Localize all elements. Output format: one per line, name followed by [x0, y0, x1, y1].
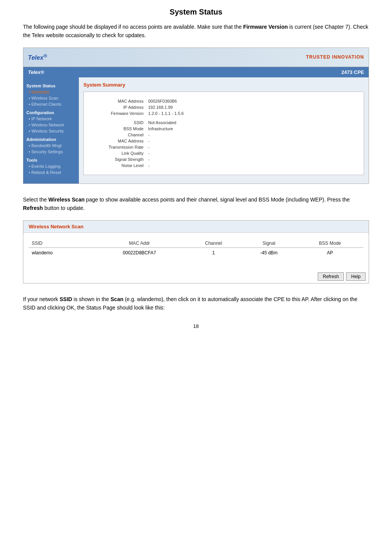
mid-text3: button to update. — [43, 205, 85, 211]
spacer-row — [91, 116, 356, 120]
label-mac2: MAC Address — [91, 138, 145, 144]
col-ssid: SSID — [29, 239, 93, 248]
bottom-text2: is shown in the — [72, 296, 110, 302]
trusted-innovation: TRUSTED INNOVATION — [306, 54, 364, 60]
label-channel: Channel — [91, 132, 145, 138]
sidebar-item-ip-network[interactable]: IP Network — [23, 116, 79, 122]
label-noise-level: Noise Level — [91, 162, 145, 169]
device-header: Telex® 2473 CPE — [23, 67, 369, 77]
system-summary-title: System Summary — [83, 82, 364, 88]
sidebar-item-reboot-reset[interactable]: Reboot & Reset — [23, 169, 79, 175]
system-summary-box: MAC Address 00026F0360B6 IP Address 192.… — [83, 92, 364, 175]
table-row: MAC Address - — [91, 138, 356, 144]
telex-logo: Telex® — [28, 53, 47, 61]
scan-bss-mode: AP — [297, 247, 363, 258]
scan-table-header-row: SSID MAC Addr Channel Signal BSS Mode — [29, 239, 363, 248]
mid-text1: Select the — [23, 197, 48, 203]
scan-table: SSID MAC Addr Channel Signal BSS Mode wl… — [29, 239, 363, 258]
bottom-bold2: Scan — [111, 296, 123, 302]
table-row: BSS Mode Infrastructure — [91, 126, 356, 132]
page-number: 18 — [23, 323, 369, 329]
value-signal-strength: - — [145, 156, 356, 162]
device-banner: Telex® TRUSTED INNOVATION — [23, 48, 369, 67]
refresh-button[interactable]: Refresh — [318, 272, 344, 281]
scan-frame: Wireless Network Scan SSID MAC Addr Chan… — [23, 220, 369, 283]
table-row: MAC Address 00026F0360B6 — [91, 98, 356, 104]
summary-table: MAC Address 00026F0360B6 IP Address 192.… — [91, 98, 356, 169]
value-link-quality: - — [145, 150, 356, 156]
sidebar-item-events-logging[interactable]: Events Logging — [23, 163, 79, 169]
scan-footer: Refresh Help — [23, 270, 369, 283]
label-bss-mode: BSS Mode — [91, 126, 145, 132]
mid-paragraph: Select the Wireless Scan page to show av… — [23, 195, 369, 213]
bottom-bold1: SSID — [60, 296, 72, 302]
col-mac: MAC Addr — [93, 239, 186, 248]
device-body: System Status Summary Wireless Scan Ethe… — [23, 77, 369, 183]
intro-bold1: Firmware Version — [243, 24, 288, 30]
value-mac2: - — [145, 138, 356, 144]
mid-bold2: Refresh — [23, 205, 43, 211]
value-ip: 192.168.1.99 — [145, 104, 356, 110]
value-channel: - — [145, 132, 356, 138]
label-ip: IP Address — [91, 104, 145, 110]
value-noise-level: - — [145, 162, 356, 169]
table-row: Signal Strength - — [91, 156, 356, 162]
table-row: SSID Not Associated — [91, 120, 356, 126]
col-bss: BSS Mode — [297, 239, 363, 248]
bottom-text1: If your network — [23, 296, 60, 302]
table-row: IP Address 192.168.1.99 — [91, 104, 356, 110]
scan-mac: 00022D8BCFA7 — [93, 247, 186, 258]
value-mac: 00026F0360B6 — [145, 98, 356, 104]
value-ssid: Not Associated — [145, 120, 356, 126]
sidebar-section-tools: Tools — [23, 156, 79, 163]
sidebar-section-configuration: Configuration — [23, 109, 79, 116]
label-tx-rate: Transmission Rate — [91, 144, 145, 150]
scan-title: Wireless Network Scan — [23, 221, 369, 233]
scan-body: SSID MAC Addr Channel Signal BSS Mode wl… — [23, 233, 369, 270]
scan-table-row[interactable]: wlandemo 00022D8BCFA7 1 -45 dBm AP — [29, 247, 363, 258]
value-tx-rate: - — [145, 144, 356, 150]
device-logo: Telex® — [28, 69, 44, 75]
scan-signal: -45 dBm — [241, 247, 297, 258]
scan-ssid: wlandemo — [29, 247, 93, 258]
sidebar-item-security-settings[interactable]: Security Settings — [23, 149, 79, 155]
mid-bold1: Wireless Scan — [48, 197, 85, 203]
value-firmware: 1.2.0 - 1.1.1 - 1.5.6 — [145, 110, 356, 116]
sidebar-item-ethernet-clients[interactable]: Ethernet Clients — [23, 101, 79, 107]
label-signal-strength: Signal Strength — [91, 156, 145, 162]
label-link-quality: Link Quality — [91, 150, 145, 156]
sidebar-item-bandwidth-mngt[interactable]: Bandwidth Mngt — [23, 143, 79, 149]
table-row: Noise Level - — [91, 162, 356, 169]
label-firmware: Firmware Version — [91, 110, 145, 116]
table-row: Transmission Rate - — [91, 144, 356, 150]
sidebar-section-administration: Administration — [23, 136, 79, 143]
intro-text1: The following page should be displayed i… — [23, 24, 243, 30]
intro-paragraph: The following page should be displayed i… — [23, 23, 369, 40]
label-mac: MAC Address — [91, 98, 145, 104]
mid-text2: page to show available access points and… — [85, 197, 350, 203]
table-row: Channel - — [91, 132, 356, 138]
scan-channel: 1 — [186, 247, 241, 258]
sidebar-item-wireless-network[interactable]: Wireless Network — [23, 122, 79, 128]
sidebar-item-wireless-security[interactable]: Wireless Security — [23, 128, 79, 134]
sidebar: System Status Summary Wireless Scan Ethe… — [23, 77, 79, 183]
col-signal: Signal — [241, 239, 297, 248]
sidebar-item-summary[interactable]: Summary — [23, 89, 79, 95]
sidebar-section-system-status: System Status — [23, 82, 79, 89]
value-bss-mode: Infrastructure — [145, 126, 356, 132]
table-row: Link Quality - — [91, 150, 356, 156]
table-row: Firmware Version 1.2.0 - 1.1.1 - 1.5.6 — [91, 110, 356, 116]
help-button[interactable]: Help — [346, 272, 366, 281]
col-channel: Channel — [186, 239, 241, 248]
device-model: 2473 CPE — [341, 69, 364, 75]
sidebar-item-wireless-scan[interactable]: Wireless Scan — [23, 95, 79, 101]
main-content: System Summary MAC Address 00026F0360B6 … — [79, 77, 369, 183]
label-ssid: SSID — [91, 120, 145, 126]
page-title: System Status — [23, 8, 369, 16]
device-frame-1: Telex® TRUSTED INNOVATION Telex® 2473 CP… — [23, 48, 369, 184]
bottom-paragraph: If your network SSID is shown in the Sca… — [23, 295, 369, 312]
